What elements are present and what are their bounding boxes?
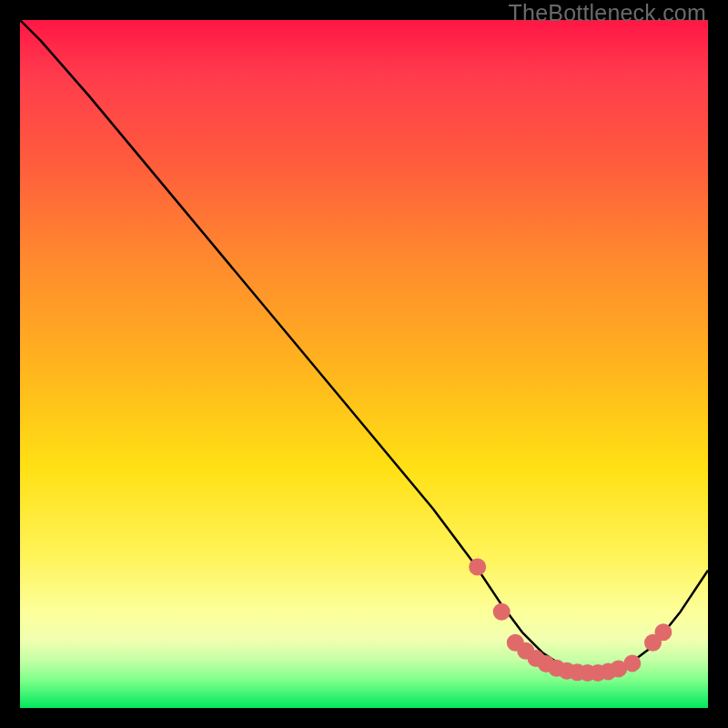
svg-point-15 [659,628,668,637]
bottleneck-curve [20,20,708,673]
svg-point-14 [649,638,658,647]
svg-point-12 [614,664,623,673]
svg-point-13 [628,659,637,668]
plot-area [20,20,708,708]
curve-layer [20,20,708,708]
svg-point-0 [473,562,482,571]
svg-point-1 [497,607,506,616]
chart-frame: TheBottleneck.com [0,0,728,728]
curve-markers [473,562,668,677]
watermark-text: TheBottleneck.com [509,0,706,26]
svg-point-2 [511,638,520,647]
